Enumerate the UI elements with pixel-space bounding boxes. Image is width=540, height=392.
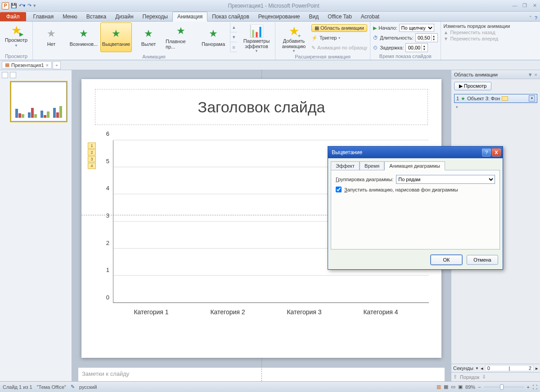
anim-tag[interactable]: 1	[88, 143, 96, 149]
tab-officetab[interactable]: Office Tab	[323, 12, 356, 21]
pane-icon: ▦	[315, 25, 320, 31]
zoom-slider[interactable]	[484, 386, 524, 388]
cancel-button[interactable]: Отмена	[467, 255, 498, 265]
title-placeholder[interactable]: Заголовок слайда	[95, 89, 428, 125]
tab-view[interactable]: Вид	[305, 12, 324, 21]
add-animation-button[interactable]: ★+ Добавить анимацию ▼	[278, 22, 310, 53]
ribbon-help-controls: ˄ ?	[529, 15, 537, 21]
tab-slideshow[interactable]: Показ слайдов	[207, 12, 254, 21]
timeline-ruler[interactable]: 0|2	[485, 365, 534, 371]
doc-close-icon[interactable]: ×	[46, 62, 49, 68]
animation-pane-toggle[interactable]: ▦ Область анимации	[311, 24, 367, 32]
restore-icon[interactable]: ❐	[521, 3, 528, 9]
zoom-value[interactable]: 89%	[465, 384, 475, 390]
view-normal-icon[interactable]: ▥	[436, 384, 441, 390]
dialog-tab-effect[interactable]: Эффект	[331, 161, 360, 170]
window-title: Презентация1 - Microsoft PowerPoint	[36, 3, 511, 9]
timeline-right-icon[interactable]: ▸	[536, 365, 538, 371]
delay-icon: ⏲	[373, 45, 378, 50]
redo-icon[interactable]: ↷	[27, 3, 32, 9]
view-sorter-icon[interactable]: ▦	[444, 384, 448, 390]
dialog-buttons: ОК Отмена	[328, 252, 503, 269]
gallery-more-icon[interactable]: ≡	[230, 42, 237, 52]
tab-acrobat[interactable]: Acrobat	[356, 12, 384, 21]
dialog-help-icon[interactable]: ?	[482, 148, 491, 156]
ribbon-collapse-icon[interactable]: ˄	[529, 15, 532, 21]
anim-list-expand-icon[interactable]: ▾	[454, 105, 537, 109]
brush-icon: ✎	[311, 45, 315, 51]
new-doc-button[interactable]: ▫	[53, 61, 61, 69]
minimize-icon[interactable]: —	[511, 3, 518, 9]
dialog-tab-timing[interactable]: Время	[360, 161, 384, 170]
slide-thumbnail[interactable]	[10, 81, 68, 122]
zoom-out-icon[interactable]: −	[478, 384, 481, 390]
close-window-icon[interactable]: ✕	[531, 3, 538, 9]
trigger-button[interactable]: ⚡Триггер▾	[311, 33, 367, 42]
timeline-label: Секунды	[453, 365, 473, 371]
tab-animation[interactable]: Анимация	[172, 12, 207, 22]
anim-fade[interactable]: ★Выцветание	[100, 22, 132, 52]
status-language[interactable]: русский	[79, 384, 97, 390]
grouping-select[interactable]: По рядам	[396, 175, 495, 184]
dialog-close-icon[interactable]: X	[492, 148, 501, 156]
start-with-background-checkbox[interactable]	[336, 187, 342, 192]
reorder-label: Порядок	[460, 374, 479, 380]
undo-icon[interactable]: ↶▾	[19, 3, 26, 9]
tab-review[interactable]: Рецензирование	[254, 12, 305, 21]
dialog-title: Выцветание	[332, 149, 362, 156]
timeline-left-icon[interactable]: ◂	[481, 365, 483, 371]
tab-transitions[interactable]: Переходы	[138, 12, 172, 21]
view-reading-icon[interactable]: ▭	[451, 384, 455, 390]
zoom-in-icon[interactable]: +	[527, 384, 530, 390]
gallery-up-icon[interactable]: ▴	[230, 22, 237, 32]
pane-close-icon[interactable]: ×	[535, 72, 537, 77]
effect-options-button[interactable]: 📊 Параметры эффектов ▼	[241, 22, 272, 53]
tab-menu[interactable]: Меню	[58, 12, 81, 21]
anim-tag[interactable]: 3	[88, 156, 96, 162]
pane-menu-icon[interactable]: ▼	[528, 72, 533, 77]
dialog-titlebar[interactable]: Выцветание ? X	[328, 147, 503, 158]
anim-float[interactable]: ★Плавное пр...	[165, 22, 197, 52]
ok-button[interactable]: ОК	[431, 255, 462, 265]
svg-rect-9	[53, 108, 56, 118]
arrow-up-icon: ▲	[444, 30, 449, 35]
doc-tab[interactable]: ▦ Презентация1 ×	[2, 61, 52, 69]
tab-insert[interactable]: Вставка	[82, 12, 111, 21]
tab-design[interactable]: Дизайн	[111, 12, 138, 21]
arrow-down-icon: ▼	[444, 36, 449, 41]
dialog-tab-chart-anim[interactable]: Анимация диаграммы	[384, 161, 445, 170]
start-select[interactable]: По щелчку	[399, 24, 434, 32]
svg-rect-11	[59, 106, 62, 118]
fit-window-icon[interactable]: ⛶	[532, 384, 537, 390]
anim-panorama[interactable]: ★Панорама	[198, 22, 229, 52]
lightning-icon: ⚡	[311, 35, 318, 41]
group-timing: ▶Начало:По щелчку ⏱Длительность:▲▼ ⏲Заде…	[370, 22, 441, 60]
tab-home[interactable]: Главная	[29, 12, 58, 21]
reorder-up-icon[interactable]: ⇧	[453, 374, 457, 380]
save-icon[interactable]: 💾	[11, 3, 17, 9]
spellcheck-icon[interactable]: ✎	[71, 384, 75, 390]
duration-input[interactable]: ▲▼	[415, 33, 438, 42]
anim-tag[interactable]: 2	[88, 149, 96, 156]
thumb-view-slides[interactable]	[2, 72, 8, 78]
reorder-down-icon[interactable]: ⇩	[482, 374, 486, 380]
preview-button[interactable]: ★ ▶ Просмотр ▼	[3, 22, 30, 49]
play-animation-button[interactable]: ▶ Просмотр	[454, 82, 491, 90]
thumb-view-outline[interactable]	[10, 72, 16, 78]
delay-input[interactable]: ▲▼	[405, 43, 428, 52]
effect-options-dialog: Выцветание ? X Эффект Время Анимация диа…	[328, 146, 503, 270]
animation-item[interactable]: 1 ★ Объект 3: Фон ▾	[454, 94, 537, 103]
view-slideshow-icon[interactable]: ▣	[458, 384, 463, 390]
start-play-icon: ▶	[373, 25, 377, 31]
svg-rect-1	[18, 113, 21, 118]
anim-none[interactable]: ★Нет	[36, 22, 67, 52]
anim-appear[interactable]: ★Возникнов...	[68, 22, 99, 52]
file-tab[interactable]: Файл	[0, 12, 26, 21]
gallery-down-icon[interactable]: ▾	[230, 32, 237, 42]
anim-flyin[interactable]: ★Вылет	[133, 22, 164, 52]
dialog-tabs: Эффект Время Анимация диаграммы	[328, 158, 503, 170]
anim-item-dropdown-icon[interactable]: ▾	[529, 95, 535, 102]
anim-tag[interactable]: 4	[88, 163, 96, 169]
help-icon[interactable]: ?	[535, 15, 537, 21]
star-play-icon: ★ ▶	[10, 24, 22, 36]
